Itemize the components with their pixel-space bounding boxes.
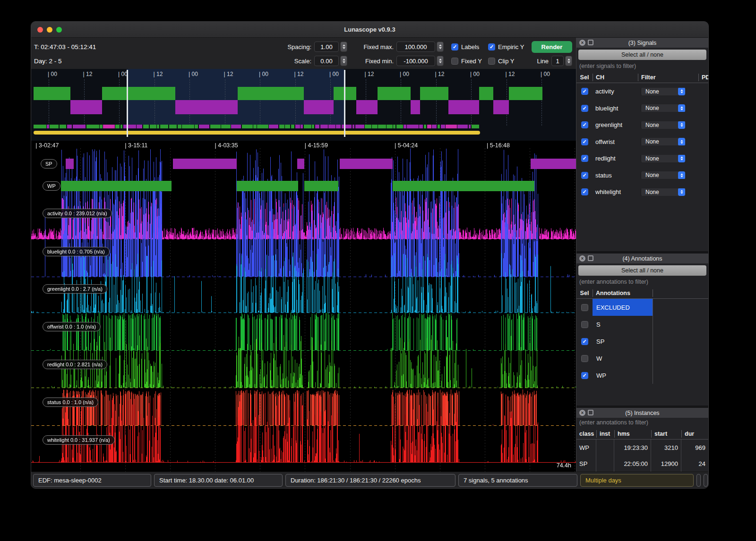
fixed-max-input[interactable]: 100.000 — [396, 42, 435, 52]
fixed-y-checkbox[interactable] — [451, 58, 458, 65]
overview-timeline[interactable]: | 00| 12| 00| 12| 00| 12| 00| 12| 00| 12… — [31, 69, 576, 141]
wp-annotation-block — [237, 181, 298, 191]
signal-row[interactable]: greenlightNone — [576, 117, 708, 134]
signal-row[interactable]: activityNone — [576, 83, 708, 100]
signal-plot[interactable]: 74.4h | 3-02:47| 3-15:11| 4-03:35| 4-15:… — [31, 141, 576, 472]
signals-select-all-button[interactable]: Select all / none — [578, 50, 706, 60]
signal-name: bluelight — [593, 104, 638, 112]
annotations-select-all-button[interactable]: Select all / none — [578, 265, 706, 276]
signal-checkbox-status[interactable] — [581, 172, 588, 179]
annotation-row[interactable]: SP — [576, 333, 708, 350]
line-input[interactable]: 1 — [551, 56, 564, 66]
overview-sleep-segment — [304, 100, 334, 114]
signal-filter-dropdown-redlight[interactable]: None — [641, 155, 686, 162]
clip-y-checkbox[interactable] — [488, 58, 495, 65]
close-panel-icon[interactable] — [579, 410, 585, 416]
annotation-name: SP — [593, 333, 653, 350]
annotations-filter-input[interactable] — [579, 277, 705, 287]
signal-row[interactable]: bluelightNone — [576, 100, 708, 117]
annotation-row[interactable]: WP — [576, 367, 708, 384]
signal-checkbox-bluelight[interactable] — [581, 105, 588, 112]
scale-input[interactable]: 0.00 — [314, 56, 339, 66]
render-button[interactable]: Render — [532, 41, 572, 53]
annotation-row[interactable]: EXCLUDED — [576, 299, 708, 316]
overview-strip-chip — [457, 125, 468, 128]
signal-row[interactable]: whitelightNone — [576, 184, 708, 201]
instance-row[interactable]: WP19:23:303210969 — [576, 440, 708, 456]
detach-panel-icon[interactable] — [588, 255, 593, 261]
signal-sel-cell — [576, 121, 593, 129]
instance-class: WP — [576, 440, 596, 456]
plot-date-label: | 5-16:48 — [487, 142, 510, 149]
signal-row[interactable]: statusNone — [576, 167, 708, 184]
signal-row[interactable]: redlightNone — [576, 150, 708, 167]
instances-filter-input[interactable] — [579, 418, 705, 427]
overview-cursor[interactable] — [127, 70, 128, 137]
down-arrow-icon — [439, 47, 442, 49]
signal-filter-dropdown-offwrist[interactable]: None — [641, 138, 686, 145]
annotation-row[interactable]: W — [576, 350, 708, 367]
fixed-min-stepper[interactable] — [437, 56, 444, 66]
spacing-stepper[interactable] — [340, 42, 347, 52]
line-stepper[interactable] — [565, 56, 572, 66]
overview-strip-chip — [438, 125, 440, 128]
signal-filter-dropdown-bluelight[interactable]: None — [641, 104, 686, 112]
annotation-checkbox-EXCLUDED[interactable] — [581, 304, 588, 311]
spacing-label: Spacing: — [282, 43, 311, 51]
signal-filter-dropdown-status[interactable]: None — [641, 171, 686, 179]
signals-header-pdi: PDI — [698, 74, 708, 81]
overview-strip-chip — [396, 125, 403, 128]
signal-pdi-cell — [698, 138, 708, 145]
annotation-checkbox-W[interactable] — [581, 355, 588, 362]
annotation-row[interactable]: S — [576, 316, 708, 333]
dropdown-value: None — [641, 138, 678, 145]
detach-panel-icon[interactable] — [588, 410, 593, 415]
status-signal-count: 7 signals, 5 annotations — [458, 474, 577, 487]
down-arrow-icon — [439, 61, 442, 63]
overview-strip-chip — [279, 125, 284, 128]
fixed-max-stepper[interactable] — [437, 42, 444, 52]
annotations-header-sel: Sel — [576, 289, 593, 297]
annotation-checkbox-S[interactable] — [581, 321, 588, 328]
empiric-y-checkbox[interactable] — [488, 43, 495, 51]
minimize-window-button[interactable] — [47, 27, 52, 33]
instance-start: 3210 — [651, 440, 681, 456]
signal-row[interactable]: offwristNone — [576, 134, 708, 151]
overview-strip-chip — [387, 125, 393, 128]
status-duration: Duration: 186:21:30 / 186:21:30 / 22260 … — [285, 474, 455, 487]
signal-filter-dropdown-greenlight[interactable]: None — [641, 121, 686, 129]
overview-tick-row: | 00| 12| 00| 12| 00| 12| 00| 12| 00| 12… — [31, 71, 576, 78]
signal-checkbox-greenlight[interactable] — [581, 121, 588, 128]
zoom-window-button[interactable] — [56, 27, 62, 33]
overview-cursor[interactable] — [344, 70, 345, 137]
dropdown-value: None — [641, 88, 678, 95]
instance-row[interactable]: SP22:05:001290024 — [576, 456, 708, 472]
fixed-y-checkbox-label: Fixed Y — [461, 58, 482, 65]
overview-strip-chip — [404, 125, 406, 128]
close-panel-icon[interactable] — [579, 255, 585, 262]
dropdown-value: None — [641, 122, 678, 128]
signal-filter-dropdown-activity[interactable]: None — [641, 88, 686, 95]
detach-panel-icon[interactable] — [588, 40, 593, 45]
annotation-checkbox-WP[interactable] — [581, 372, 588, 379]
close-panel-icon[interactable] — [579, 40, 585, 46]
signals-filter-input[interactable] — [579, 61, 705, 71]
signal-name: activity — [593, 88, 638, 95]
signal-filter-dropdown-whitelight[interactable]: None — [641, 188, 686, 196]
signal-checkbox-whitelight[interactable] — [581, 188, 588, 195]
labels-checkbox[interactable] — [451, 43, 458, 51]
scale-stepper[interactable] — [340, 56, 347, 66]
signal-checkbox-offwrist[interactable] — [581, 138, 588, 145]
annotation-name: WP — [593, 367, 653, 384]
signal-checkbox-activity[interactable] — [581, 88, 588, 95]
fixed-min-input[interactable]: -100.000 — [396, 56, 435, 66]
overview-strip-chip — [419, 125, 423, 128]
window-title: Lunascope v0.9.3 — [31, 26, 708, 33]
titlebar[interactable]: Lunascope v0.9.3 — [31, 22, 708, 38]
annotation-checkbox-SP[interactable] — [581, 338, 588, 345]
overview-tick: | 00 — [400, 71, 409, 77]
spacing-input[interactable]: 1.00 — [314, 42, 339, 52]
overview-strip-chip — [73, 125, 86, 128]
close-window-button[interactable] — [37, 27, 43, 33]
signal-checkbox-redlight[interactable] — [581, 155, 588, 162]
